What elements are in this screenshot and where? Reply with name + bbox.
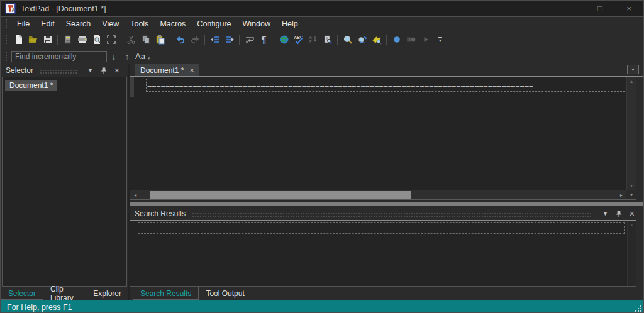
- current-line-box: [138, 222, 625, 234]
- find-next-down-icon[interactable]: ↓: [107, 51, 121, 62]
- textpad-app-icon: [5, 3, 16, 14]
- menu-file[interactable]: File: [11, 17, 35, 31]
- selector-document-list: Document1 *: [2, 77, 127, 287]
- panel-menu-icon[interactable]: ▼: [84, 67, 97, 74]
- editor-vertical-scrollbar[interactable]: ▴ ▾: [626, 77, 636, 190]
- replace-icon[interactable]: [355, 33, 369, 47]
- panel-close-icon[interactable]: ×: [626, 209, 638, 219]
- tab-explorer[interactable]: Explorer: [86, 287, 128, 300]
- minimize-button[interactable]: –: [557, 1, 586, 16]
- document-tab[interactable]: Document1 * ×: [135, 64, 199, 76]
- word-wrap-icon[interactable]: [242, 33, 257, 47]
- full-screen-icon[interactable]: [104, 33, 118, 47]
- stop-macro-icon[interactable]: [404, 33, 418, 47]
- findbar-grip[interactable]: [5, 52, 8, 62]
- menu-configure[interactable]: Configure: [191, 17, 236, 31]
- panel-header-texture: [192, 212, 592, 217]
- editor-text-area[interactable]: ========================================…: [130, 77, 626, 190]
- search-results-panel: ▴: [130, 220, 636, 287]
- find-previous-up-icon[interactable]: ↑: [121, 51, 135, 62]
- vscroll-track[interactable]: [627, 85, 636, 181]
- document-drawer-icon[interactable]: [60, 33, 75, 47]
- tab-selector[interactable]: Selector: [1, 287, 43, 300]
- toolbar-separator: [239, 35, 240, 45]
- search-results-scrollbar[interactable]: ▴: [627, 221, 636, 286]
- paste-icon[interactable]: [153, 33, 167, 47]
- tab-close-icon[interactable]: ×: [189, 66, 194, 75]
- status-message: For Help, press F1: [7, 303, 72, 312]
- editor-horizontal-scrollbar[interactable]: ◂ ▸: [130, 190, 626, 199]
- textpad-window: TextPad - [Document1 *] – □ × File Edit …: [0, 0, 644, 313]
- find-incrementally-input[interactable]: [11, 51, 107, 62]
- print-icon[interactable]: [75, 33, 89, 47]
- pin-icon[interactable]: [97, 67, 111, 74]
- sort-icon[interactable]: AZ: [306, 33, 320, 47]
- main-area: Selector ▼ × Document1 * Selector Clip L…: [1, 64, 643, 300]
- menu-edit[interactable]: Edit: [35, 17, 60, 31]
- search-results-text-area[interactable]: [130, 221, 627, 286]
- find-icon[interactable]: [340, 33, 355, 47]
- bottom-dock-tabs: Search Results Tool Output: [130, 287, 643, 300]
- toolbar-overflow-icon[interactable]: ▾: [435, 37, 445, 43]
- close-button[interactable]: ×: [614, 1, 643, 16]
- find-next-document-icon[interactable]: [320, 33, 335, 47]
- new-document-icon[interactable]: [11, 33, 26, 47]
- tab-tool-output[interactable]: Tool Output: [199, 287, 251, 300]
- menu-window[interactable]: Window: [237, 17, 276, 31]
- menubar-grip[interactable]: [5, 19, 8, 29]
- play-macro-icon[interactable]: [418, 33, 433, 47]
- copy-icon[interactable]: [138, 33, 153, 47]
- menu-tools[interactable]: Tools: [125, 17, 154, 31]
- left-dock-tabs: Selector Clip Library Explorer: [1, 287, 128, 300]
- scroll-left-icon[interactable]: ◂: [130, 190, 140, 199]
- menu-view[interactable]: View: [96, 17, 125, 31]
- panel-menu-icon[interactable]: ▼: [599, 211, 612, 217]
- undo-icon[interactable]: [173, 33, 187, 47]
- scroll-up-icon[interactable]: ▴: [627, 77, 636, 85]
- scroll-up-icon[interactable]: ▴: [630, 221, 633, 229]
- toolbar-separator: [274, 35, 274, 45]
- pin-icon[interactable]: [612, 211, 626, 217]
- print-preview-icon[interactable]: [89, 33, 104, 47]
- outdent-icon[interactable]: [222, 33, 236, 47]
- toolbar-separator: [170, 35, 170, 45]
- editor-line-1: ========================================…: [147, 80, 533, 91]
- standard-toolbar: ¶ ABC AZ: [1, 31, 643, 48]
- web-preview-icon[interactable]: [277, 33, 291, 47]
- menu-macros[interactable]: Macros: [154, 17, 191, 31]
- cut-icon[interactable]: [124, 33, 138, 47]
- svg-text:A: A: [309, 35, 312, 40]
- list-item[interactable]: Document1 *: [5, 80, 57, 91]
- save-icon[interactable]: [40, 33, 55, 47]
- document-tab-label: Document1 *: [140, 66, 184, 75]
- maximize-button[interactable]: □: [586, 1, 614, 16]
- tab-clip-library[interactable]: Clip Library: [43, 287, 86, 300]
- panel-close-icon[interactable]: ×: [111, 65, 123, 75]
- indent-icon[interactable]: [208, 33, 222, 47]
- redo-icon[interactable]: [187, 33, 202, 47]
- document-area: Document1 * × ▼ ========================…: [130, 64, 643, 300]
- selector-dock: Selector ▼ × Document1 * Selector Clip L…: [1, 64, 130, 300]
- find-in-files-icon[interactable]: [369, 33, 384, 47]
- hscroll-track[interactable]: [140, 190, 616, 199]
- window-title: TextPad - [Document1 *]: [21, 4, 106, 13]
- spell-check-icon[interactable]: ABC: [291, 33, 306, 47]
- scroll-down-icon[interactable]: ▾: [627, 181, 636, 190]
- open-file-icon[interactable]: [26, 33, 40, 47]
- record-macro-icon[interactable]: [389, 33, 404, 47]
- menu-search[interactable]: Search: [60, 17, 97, 31]
- formatting-marks-icon[interactable]: ¶: [257, 33, 271, 47]
- match-case-button[interactable]: Aa: [134, 52, 148, 61]
- findbar-overflow-icon[interactable]: ▾: [148, 56, 150, 64]
- resize-grip[interactable]: [634, 304, 641, 312]
- toolbar-grip[interactable]: [5, 35, 8, 45]
- menu-help[interactable]: Help: [276, 17, 304, 31]
- hscroll-thumb[interactable]: [150, 191, 411, 199]
- tab-list-dropdown-icon[interactable]: ▼: [627, 65, 639, 74]
- pane-split-handle[interactable]: ◂▸: [626, 190, 636, 199]
- horizontal-splitter[interactable]: [130, 202, 643, 206]
- tab-search-results[interactable]: Search Results: [133, 287, 199, 300]
- search-results-title: Search Results: [135, 209, 186, 218]
- scroll-right-icon[interactable]: ▸: [616, 190, 626, 199]
- selector-panel-title: Selector: [6, 66, 33, 75]
